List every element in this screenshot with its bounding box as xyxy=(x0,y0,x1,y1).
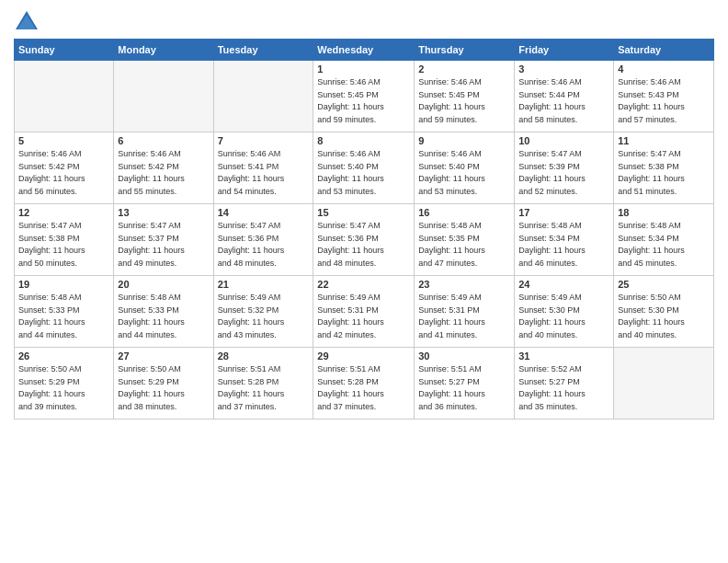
day-number: 29 xyxy=(317,350,410,362)
day-info: Sunrise: 5:49 AM Sunset: 5:31 PM Dayligh… xyxy=(418,292,510,341)
day-number: 23 xyxy=(418,279,510,290)
day-info: Sunrise: 5:49 AM Sunset: 5:32 PM Dayligh… xyxy=(218,292,310,341)
day-info: Sunrise: 5:46 AM Sunset: 5:44 PM Dayligh… xyxy=(518,76,609,126)
calendar-cell: 25Sunrise: 5:50 AM Sunset: 5:30 PM Dayli… xyxy=(614,276,714,348)
calendar-cell: 30Sunrise: 5:51 AM Sunset: 5:27 PM Dayli… xyxy=(415,348,515,419)
day-number: 15 xyxy=(317,207,410,218)
calendar-cell: 20Sunrise: 5:48 AM Sunset: 5:33 PM Dayli… xyxy=(114,276,213,348)
calendar-week-1: 1Sunrise: 5:46 AM Sunset: 5:45 PM Daylig… xyxy=(15,61,714,132)
day-info: Sunrise: 5:51 AM Sunset: 5:27 PM Dayligh… xyxy=(418,363,510,413)
calendar-cell: 11Sunrise: 5:47 AM Sunset: 5:38 PM Dayli… xyxy=(614,132,714,204)
col-header-tuesday: Tuesday xyxy=(213,40,313,61)
day-number: 12 xyxy=(18,207,109,218)
main-container: SundayMondayTuesdayWednesdayThursdayFrid… xyxy=(0,0,728,429)
calendar-cell xyxy=(15,61,114,132)
day-info: Sunrise: 5:48 AM Sunset: 5:34 PM Dayligh… xyxy=(518,220,609,270)
calendar-cell: 31Sunrise: 5:52 AM Sunset: 5:27 PM Dayli… xyxy=(515,348,614,419)
day-number: 16 xyxy=(418,207,510,218)
calendar-week-5: 26Sunrise: 5:50 AM Sunset: 5:29 PM Dayli… xyxy=(15,348,714,419)
calendar-cell: 18Sunrise: 5:48 AM Sunset: 5:34 PM Dayli… xyxy=(614,204,714,276)
day-number: 24 xyxy=(518,279,609,290)
day-info: Sunrise: 5:46 AM Sunset: 5:45 PM Dayligh… xyxy=(317,76,410,126)
logo xyxy=(14,9,43,35)
day-number: 6 xyxy=(118,135,209,146)
calendar-cell: 15Sunrise: 5:47 AM Sunset: 5:36 PM Dayli… xyxy=(313,204,415,276)
day-number: 9 xyxy=(418,135,510,146)
day-info: Sunrise: 5:47 AM Sunset: 5:37 PM Dayligh… xyxy=(118,220,209,270)
day-number: 28 xyxy=(218,350,310,362)
day-info: Sunrise: 5:46 AM Sunset: 5:40 PM Dayligh… xyxy=(418,148,510,198)
day-info: Sunrise: 5:46 AM Sunset: 5:42 PM Dayligh… xyxy=(18,148,109,198)
calendar-cell: 8Sunrise: 5:46 AM Sunset: 5:40 PM Daylig… xyxy=(313,132,415,204)
calendar-header: SundayMondayTuesdayWednesdayThursdayFrid… xyxy=(15,40,714,61)
col-header-thursday: Thursday xyxy=(415,40,515,61)
day-number: 19 xyxy=(18,279,109,290)
calendar-cell: 19Sunrise: 5:48 AM Sunset: 5:33 PM Dayli… xyxy=(15,276,114,348)
calendar-cell: 12Sunrise: 5:47 AM Sunset: 5:38 PM Dayli… xyxy=(15,204,114,276)
logo-icon xyxy=(14,9,40,35)
calendar-body: 1Sunrise: 5:46 AM Sunset: 5:45 PM Daylig… xyxy=(15,61,714,419)
calendar-cell xyxy=(614,348,714,419)
day-info: Sunrise: 5:46 AM Sunset: 5:41 PM Dayligh… xyxy=(218,148,310,198)
calendar-cell: 3Sunrise: 5:46 AM Sunset: 5:44 PM Daylig… xyxy=(515,61,614,132)
calendar-cell: 29Sunrise: 5:51 AM Sunset: 5:28 PM Dayli… xyxy=(313,348,415,419)
col-header-monday: Monday xyxy=(114,40,213,61)
col-header-saturday: Saturday xyxy=(614,40,714,61)
day-info: Sunrise: 5:48 AM Sunset: 5:35 PM Dayligh… xyxy=(418,220,510,270)
calendar-cell: 5Sunrise: 5:46 AM Sunset: 5:42 PM Daylig… xyxy=(15,132,114,204)
calendar-cell: 10Sunrise: 5:47 AM Sunset: 5:39 PM Dayli… xyxy=(515,132,614,204)
calendar-cell: 23Sunrise: 5:49 AM Sunset: 5:31 PM Dayli… xyxy=(415,276,515,348)
day-info: Sunrise: 5:48 AM Sunset: 5:34 PM Dayligh… xyxy=(618,220,710,270)
day-number: 7 xyxy=(218,135,310,146)
day-number: 27 xyxy=(118,350,209,362)
calendar-cell: 16Sunrise: 5:48 AM Sunset: 5:35 PM Dayli… xyxy=(415,204,515,276)
day-number: 22 xyxy=(317,279,410,290)
calendar-cell: 14Sunrise: 5:47 AM Sunset: 5:36 PM Dayli… xyxy=(213,204,313,276)
day-number: 4 xyxy=(618,63,710,75)
col-header-friday: Friday xyxy=(515,40,614,61)
day-info: Sunrise: 5:50 AM Sunset: 5:29 PM Dayligh… xyxy=(18,363,109,413)
header-row xyxy=(14,9,714,35)
day-info: Sunrise: 5:47 AM Sunset: 5:39 PM Dayligh… xyxy=(518,148,609,198)
day-info: Sunrise: 5:49 AM Sunset: 5:30 PM Dayligh… xyxy=(518,292,609,341)
calendar-cell: 28Sunrise: 5:51 AM Sunset: 5:28 PM Dayli… xyxy=(213,348,313,419)
calendar-cell xyxy=(213,61,313,132)
calendar-cell: 1Sunrise: 5:46 AM Sunset: 5:45 PM Daylig… xyxy=(313,61,415,132)
col-header-wednesday: Wednesday xyxy=(313,40,415,61)
day-number: 8 xyxy=(317,135,410,146)
calendar-cell: 13Sunrise: 5:47 AM Sunset: 5:37 PM Dayli… xyxy=(114,204,213,276)
day-number: 13 xyxy=(118,207,209,218)
day-info: Sunrise: 5:51 AM Sunset: 5:28 PM Dayligh… xyxy=(317,363,410,413)
header-row: SundayMondayTuesdayWednesdayThursdayFrid… xyxy=(15,40,714,61)
day-number: 21 xyxy=(218,279,310,290)
calendar-week-4: 19Sunrise: 5:48 AM Sunset: 5:33 PM Dayli… xyxy=(15,276,714,348)
calendar-cell: 4Sunrise: 5:46 AM Sunset: 5:43 PM Daylig… xyxy=(614,61,714,132)
day-number: 1 xyxy=(317,63,410,75)
calendar-week-2: 5Sunrise: 5:46 AM Sunset: 5:42 PM Daylig… xyxy=(15,132,714,204)
calendar-cell: 24Sunrise: 5:49 AM Sunset: 5:30 PM Dayli… xyxy=(515,276,614,348)
calendar-table: SundayMondayTuesdayWednesdayThursdayFrid… xyxy=(14,39,714,419)
day-info: Sunrise: 5:51 AM Sunset: 5:28 PM Dayligh… xyxy=(218,363,310,413)
calendar-cell: 2Sunrise: 5:46 AM Sunset: 5:45 PM Daylig… xyxy=(415,61,515,132)
day-info: Sunrise: 5:47 AM Sunset: 5:38 PM Dayligh… xyxy=(618,148,710,198)
day-number: 30 xyxy=(418,350,510,362)
day-info: Sunrise: 5:46 AM Sunset: 5:40 PM Dayligh… xyxy=(317,148,410,198)
calendar-cell: 6Sunrise: 5:46 AM Sunset: 5:42 PM Daylig… xyxy=(114,132,213,204)
day-info: Sunrise: 5:50 AM Sunset: 5:30 PM Dayligh… xyxy=(618,292,710,341)
day-number: 3 xyxy=(518,63,609,75)
calendar-cell: 27Sunrise: 5:50 AM Sunset: 5:29 PM Dayli… xyxy=(114,348,213,419)
day-number: 17 xyxy=(518,207,609,218)
day-info: Sunrise: 5:50 AM Sunset: 5:29 PM Dayligh… xyxy=(118,363,209,413)
day-info: Sunrise: 5:46 AM Sunset: 5:45 PM Dayligh… xyxy=(418,76,510,126)
day-number: 20 xyxy=(118,279,209,290)
day-info: Sunrise: 5:48 AM Sunset: 5:33 PM Dayligh… xyxy=(118,292,209,341)
day-number: 18 xyxy=(618,207,710,218)
calendar-cell: 9Sunrise: 5:46 AM Sunset: 5:40 PM Daylig… xyxy=(415,132,515,204)
calendar-cell: 21Sunrise: 5:49 AM Sunset: 5:32 PM Dayli… xyxy=(213,276,313,348)
day-number: 25 xyxy=(618,279,710,290)
day-info: Sunrise: 5:47 AM Sunset: 5:36 PM Dayligh… xyxy=(317,220,410,270)
col-header-sunday: Sunday xyxy=(15,40,114,61)
calendar-cell: 22Sunrise: 5:49 AM Sunset: 5:31 PM Dayli… xyxy=(313,276,415,348)
day-info: Sunrise: 5:46 AM Sunset: 5:43 PM Dayligh… xyxy=(618,76,710,126)
day-info: Sunrise: 5:48 AM Sunset: 5:33 PM Dayligh… xyxy=(18,292,109,341)
